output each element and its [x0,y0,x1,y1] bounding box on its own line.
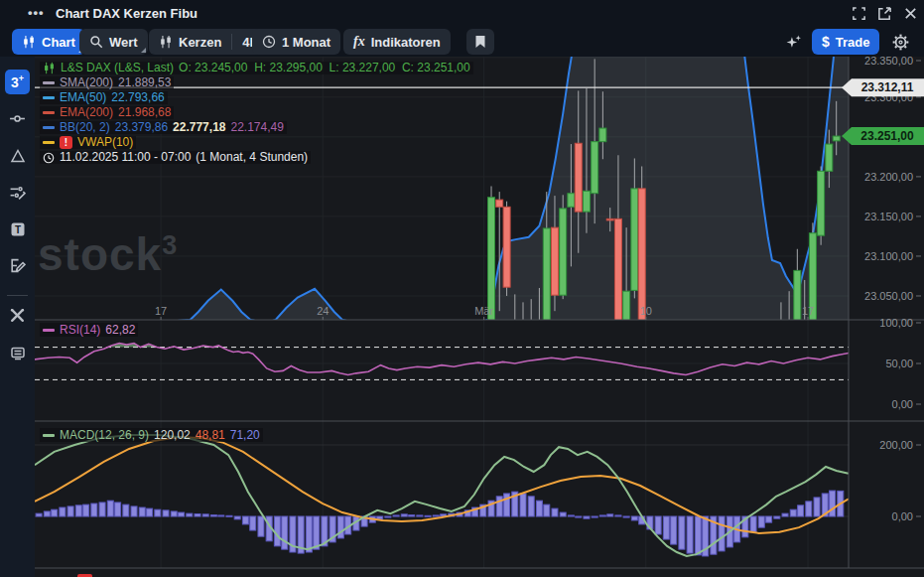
legend-sma-row[interactable]: SMA(200)21.889,53 [40,76,174,89]
range-label: 1 Monat [282,35,330,50]
svg-text:23.251,00: 23.251,00 [860,129,914,143]
svg-text:17: 17 [155,305,167,317]
sidebar-item-annotation-tool[interactable] [5,253,30,278]
drawing-sidebar: 3+ T [0,57,35,577]
svg-text:23.150,00: 23.150,00 [864,211,913,222]
svg-text:23.050,00: 23.050,00 [864,290,913,302]
svg-text:23.312,11: 23.312,11 [861,80,914,94]
sma-line-swatch [43,81,55,84]
svg-text:200,00: 200,00 [879,439,913,451]
gear-icon [892,34,909,51]
titlebar: ••• Chart DAX Kerzen Fibu [0,0,924,27]
svg-text:23.200,00: 23.200,00 [864,171,913,183]
triangle-icon [10,148,26,164]
trade-button[interactable]: $ Trade [812,29,879,55]
fx-icon: fx [353,34,365,50]
sidebar-item-templates[interactable] [5,341,30,365]
stock3-watermark: stock3 [38,227,178,281]
svg-text:Mär: Mär [474,305,493,317]
wert-label: Wert [109,35,138,50]
svg-text:10: 10 [640,305,652,317]
vwap-line-swatch [43,141,55,144]
sidebar-item-text-tool[interactable]: T [5,216,30,241]
popout-icon[interactable] [877,6,892,21]
svg-text:23.350,00: 23.350,00 [864,57,913,67]
fullscreen-icon[interactable] [852,6,866,21]
legend-ema200-row[interactable]: EMA(200)21.968,68 [40,106,174,119]
svg-text:100,00: 100,00 [879,317,913,329]
legend-vwap-row[interactable]: ! VWAP(10) [40,136,136,149]
indicators-label: Indikatoren [371,35,441,50]
crosshair-line-icon [9,110,26,127]
candles-icon [159,35,173,49]
window-title: Chart DAX Kerzen Fibu [56,6,198,21]
sidebar-item-shapes-tool[interactable] [5,143,30,168]
symbol-name: L&S DAX (L&S, Last) [61,62,174,74]
divider [231,34,232,50]
legend-timeframe-row[interactable]: 11.02.2025 11:00 - 07:00 (1 Monat, 4 Stu… [40,151,311,164]
bookmark-button[interactable] [466,29,494,55]
legend-ema50-row[interactable]: EMA(50)22.793,66 [40,91,168,104]
close-icon[interactable] [903,6,918,21]
clock-icon [262,35,276,49]
sparkles-icon [785,34,802,51]
macd-line-swatch [43,434,55,437]
dropdown-corner [141,48,146,53]
candles-icon [22,35,36,49]
sidebar-divider [7,295,28,296]
chart-tab-label: Chart [42,35,75,50]
ema200-line-swatch [43,111,55,114]
macd-legend[interactable]: MACD(12, 26, 9) 120,02 48,81 71,20 [40,428,263,442]
svg-text:50,00: 50,00 [885,358,913,369]
svg-text:0,00: 0,00 [892,510,913,522]
sidebar-item-cursor-tool[interactable] [5,106,30,131]
chart-legend: L&S DAX (L&S, Last) O: 23.245,00 H: 23.2… [40,62,473,164]
bookmark-icon [474,35,486,49]
sidebar-item-tools[interactable] [5,303,30,328]
trendlines-pencil-icon [9,184,26,201]
chart-window: ••• Chart DAX Kerzen Fibu Chart Wert [0,0,924,577]
rsi-legend[interactable]: RSI(14)62,82 [40,323,138,337]
text-tool-icon: T [10,221,26,237]
chart-type-interval-group[interactable]: Kerzen 4h [149,29,268,55]
svg-text:T: T [14,224,20,235]
candles-icon [43,62,56,74]
list-card-icon [10,346,26,361]
toolbar: Chart Wert Kerzen 4h 1 Monat fx Indikat [0,27,924,57]
svg-text:23.100,00: 23.100,00 [864,250,913,262]
ai-sparkle-button[interactable] [780,29,806,55]
rsi-line-swatch [43,329,55,332]
chart-area[interactable]: 23.350,0023.300,0023.250,0023.200,0023.1… [35,57,924,577]
sidebar-item-lines-tool[interactable] [5,180,30,205]
edit-pencil-icon [9,257,26,274]
dollar-icon: $ [822,34,830,50]
trade-label: Trade [836,35,870,50]
legend-bb-row[interactable]: BB(20, 2)23.379,86 22.777,18 22.174,49 [40,121,287,134]
svg-text:24: 24 [317,305,329,317]
range-button[interactable]: 1 Monat [252,29,340,55]
warning-icon[interactable]: ! [60,136,72,149]
kerzen-label: Kerzen [179,35,221,50]
tools-icon [9,307,26,324]
svg-text:0,00: 0,00 [892,398,913,410]
bb-line-swatch [43,126,55,129]
settings-button[interactable] [887,29,913,55]
wert-button[interactable]: Wert [79,29,148,55]
chart-tab-button[interactable]: Chart [12,29,85,55]
sidebar-item-stock3-plus[interactable]: 3+ [5,70,30,94]
svg-text:17: 17 [802,305,814,317]
search-icon [89,35,103,49]
legend-symbol-row[interactable]: L&S DAX (L&S, Last) O: 23.245,00 H: 23.2… [40,62,473,74]
window-menu-dots-icon[interactable]: ••• [28,5,45,20]
clock-icon [43,152,55,164]
indicators-button[interactable]: fx Indikatoren [343,29,451,55]
ohlc: O: 23.245,00 H: 23.295,00 L: 23.227,00 C… [179,62,470,74]
ema50-line-swatch [43,96,55,99]
